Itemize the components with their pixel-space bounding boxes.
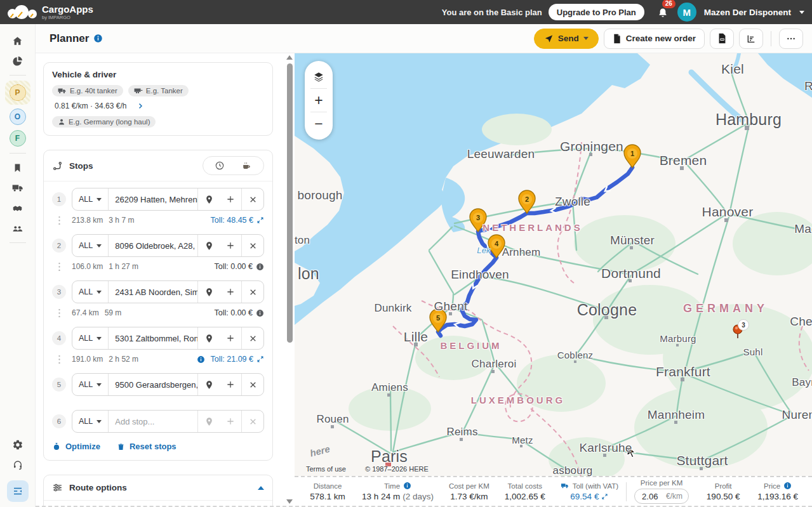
stop-number: 6 [52, 414, 66, 428]
add-stop-after-button[interactable] [220, 188, 241, 210]
sidebar-item-settings[interactable] [6, 437, 29, 453]
plus-icon [226, 417, 235, 426]
notifications-button[interactable]: 26 [655, 4, 671, 20]
icon-sidebar: P O F [0, 24, 36, 507]
driver-profile-chip[interactable]: E.g. Germany (long haul) [52, 116, 156, 128]
info-icon[interactable] [256, 263, 264, 271]
remove-stop-button[interactable] [242, 281, 263, 303]
collapse-section-chevron[interactable] [258, 486, 264, 490]
stop-address-input[interactable]: 8096 Oldebroek, A28, Net... [109, 241, 197, 251]
user-menu-chevron-icon[interactable] [799, 11, 804, 14]
add-stop-after-button[interactable] [220, 327, 241, 349]
svg-text:3: 3 [476, 214, 480, 221]
stop-mode-select[interactable]: ALL [72, 380, 108, 389]
zoom-in-button[interactable]: + [305, 89, 333, 112]
pick-on-map-button[interactable] [198, 235, 220, 256]
user-avatar[interactable]: M [677, 3, 696, 22]
add-stop-after-button[interactable] [220, 281, 241, 303]
pick-on-map-button[interactable] [198, 281, 220, 303]
price-per-km-input[interactable] [641, 491, 662, 502]
segment-info-4: 191.0 km 2 h 52 m Toll: 21.09 € [52, 352, 264, 367]
toll-details-link[interactable]: Toll: 48.45 € [211, 216, 264, 225]
optimize-button[interactable]: Optimize [52, 442, 100, 451]
sidebar-item-vehicles[interactable] [6, 180, 29, 196]
drag-handle[interactable] [52, 308, 66, 318]
map[interactable]: 1 2 3 [295, 53, 812, 506]
pick-on-map-button[interactable] [198, 327, 220, 349]
plus-icon [226, 380, 235, 389]
remove-stop-button[interactable] [242, 374, 263, 395]
sidebar-item-bookmarks[interactable] [6, 159, 29, 176]
stop-address-input[interactable]: 2431 AB Noorden, Simon ... [109, 287, 197, 297]
sidebar-item-team[interactable] [6, 220, 29, 237]
remove-stop-button[interactable] [242, 235, 263, 256]
scrollbar-thumb[interactable] [287, 63, 293, 343]
drag-handle[interactable] [52, 355, 66, 364]
reset-stops-button[interactable]: Reset stops [117, 442, 176, 451]
stop-mode-select[interactable]: ALL [72, 241, 108, 250]
zoom-out-button[interactable]: − [305, 112, 333, 135]
upgrade-to-pro-button[interactable]: Upgrade to Pro Plan [549, 4, 644, 20]
vehicle-chip[interactable]: E.g. 40t tanker [52, 85, 123, 96]
stop-mode-select[interactable]: ALL [72, 287, 108, 296]
stop-mode-select[interactable]: ALL [72, 195, 108, 204]
info-icon[interactable] [256, 309, 264, 317]
planner-info-icon[interactable] [93, 34, 103, 43]
toll-details-link[interactable]: Toll: 21.09 € [211, 355, 264, 364]
sidebar-item-fleet[interactable]: F [10, 130, 26, 147]
vehicle-details-chevron[interactable] [136, 102, 144, 110]
scroll-down-arrow[interactable] [286, 499, 293, 504]
terms-of-use-link[interactable]: Terms of use [306, 465, 346, 473]
stop-number: 3 [52, 285, 66, 299]
add-stop-after-button[interactable] [220, 374, 241, 395]
pick-on-map-button[interactable] [198, 188, 220, 210]
stop-address-input[interactable]: 26209 Hatten, Mehrenka... [109, 195, 197, 204]
gear-icon [12, 439, 23, 451]
sidebar-item-orders[interactable]: O [10, 109, 26, 125]
add-stop-after-button[interactable] [220, 235, 241, 256]
segment-distance: 191.0 km [72, 355, 103, 364]
stop-mode-select[interactable]: ALL [72, 334, 108, 343]
collapse-sidebar-button[interactable] [7, 480, 29, 502]
send-button[interactable]: Send [534, 29, 599, 49]
add-stop-input[interactable] [109, 417, 197, 426]
sidebar-item-planner-active[interactable]: P [5, 81, 30, 105]
more-actions-button[interactable] [779, 29, 803, 49]
pick-on-map-button[interactable] [198, 374, 220, 395]
drag-handle[interactable] [52, 216, 66, 225]
create-new-order-button[interactable]: Create new order [604, 29, 705, 49]
scroll-up-arrow[interactable] [286, 55, 293, 60]
panel-scrollbar[interactable] [284, 53, 295, 506]
sidebar-item-partners[interactable] [6, 200, 29, 216]
stopwatch-icon [52, 442, 61, 451]
map-layers-button[interactable] [305, 65, 333, 88]
sidebar-item-analytics[interactable] [6, 53, 29, 69]
map-canvas: 1 2 3 [295, 53, 812, 506]
coffee-break-icon[interactable] [241, 161, 252, 171]
map-attribution: Terms of use © 1987–2026 HERE [306, 465, 429, 473]
trailer-chip[interactable]: E.g. Tanker [128, 85, 189, 96]
info-icon[interactable] [783, 482, 792, 490]
stop-address-input[interactable]: 9500 Geraardsbergen, Ha... [109, 380, 197, 390]
report-chart-button[interactable] [739, 29, 763, 49]
remove-stop-button[interactable] [242, 188, 263, 210]
svg-text:4: 4 [495, 240, 499, 247]
drag-handle[interactable] [52, 262, 66, 272]
copyright-text: © 1987–2026 HERE [365, 465, 429, 473]
stop-mode-select[interactable]: ALL [72, 417, 108, 426]
export-pdf-button[interactable] [710, 29, 734, 49]
clock-icon[interactable] [215, 161, 225, 171]
info-icon[interactable] [197, 355, 205, 364]
bar-chart-icon [746, 34, 756, 44]
svg-text:1: 1 [630, 150, 634, 157]
planner-panel: Vehicle & driver E.g. 40t tanker E.g. Ta… [36, 53, 284, 506]
info-icon[interactable] [403, 482, 411, 490]
toll-value-link[interactable]: 69.54 € [570, 492, 608, 501]
stat-price: Price 1,193.16 € [750, 482, 806, 501]
remove-stop-button[interactable] [242, 327, 263, 349]
sidebar-item-support[interactable] [6, 457, 29, 473]
stop-number: 5 [52, 378, 66, 392]
app-logo[interactable]: CargoApps by IMPARGO [8, 3, 93, 22]
sidebar-item-home[interactable] [6, 32, 29, 49]
stop-address-input[interactable]: 5301 Zaltbommel, Ronde... [109, 334, 197, 343]
